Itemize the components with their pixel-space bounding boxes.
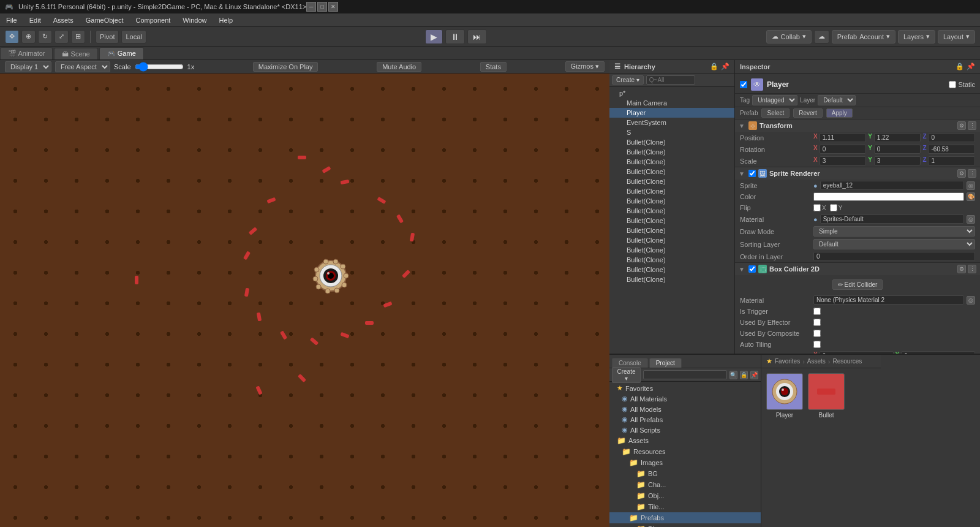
hierarchy-item[interactable]: p*	[609, 88, 734, 98]
account-button[interactable]: Prefab Account ▾	[832, 30, 895, 44]
scale-x-field[interactable]: 3	[820, 156, 867, 165]
tool-hand[interactable]: ✥	[5, 30, 19, 44]
order-layer-field[interactable]: 0	[813, 252, 975, 261]
project-list-item[interactable]: ◉All Models	[609, 404, 761, 414]
hierarchy-item[interactable]: Bullet(Clone)	[609, 235, 734, 245]
menu-gameobject[interactable]: GameObject	[80, 13, 130, 26]
tab-game[interactable]: 🎮 Game	[99, 47, 144, 59]
color-swatch[interactable]	[813, 192, 964, 201]
hierarchy-item[interactable]: Player	[609, 108, 734, 118]
collider-menu-button[interactable]: ⋮	[968, 265, 976, 273]
close-button[interactable]: ✕	[328, 2, 338, 12]
mute-audio-button[interactable]: Mute Audio	[377, 62, 421, 72]
hierarchy-item[interactable]: EventSystem	[609, 118, 734, 127]
sprite-enable-checkbox[interactable]	[748, 170, 756, 177]
play-button[interactable]: ▶	[425, 29, 443, 44]
project-list-item[interactable]: 📁Obj...	[609, 490, 761, 501]
offset-y-field[interactable]: 0	[901, 351, 975, 354]
revert-button[interactable]: Revert	[793, 108, 822, 118]
scale-slider[interactable]	[135, 62, 184, 72]
transform-menu-button[interactable]: ⋮	[968, 121, 976, 130]
edit-collider-button[interactable]: ✏ Edit Collider	[832, 279, 883, 290]
transform-settings-button[interactable]: ⚙	[957, 121, 966, 130]
offset-x-field[interactable]: 0	[820, 351, 894, 354]
collider-enable-checkbox[interactable]	[748, 265, 756, 273]
aspect-select[interactable]: Free Aspect	[55, 61, 110, 72]
hierarchy-item[interactable]: Bullet(Clone)	[609, 157, 734, 167]
pos-x-field[interactable]: 1.11	[820, 133, 867, 142]
project-list-item[interactable]: 📁Resources	[609, 446, 761, 457]
rot-z-field[interactable]: -60.58	[928, 145, 975, 154]
tab-console[interactable]: Console	[612, 358, 648, 368]
scale-z-field[interactable]: 1	[928, 156, 975, 165]
stats-button[interactable]: Stats	[480, 62, 507, 72]
used-composite-checkbox[interactable]	[813, 330, 821, 337]
flip-x-checkbox[interactable]	[813, 204, 821, 211]
rot-y-field[interactable]: 0	[874, 145, 921, 154]
local-button[interactable]: Local	[121, 30, 146, 44]
hierarchy-item[interactable]: Bullet(Clone)	[609, 226, 734, 235]
material-renderer-field[interactable]: Sprites-Default	[820, 214, 964, 224]
collider-material-field[interactable]: None (Physics Material 2	[813, 295, 964, 305]
project-list-item[interactable]: ★Favorites	[609, 383, 761, 393]
sprite-field[interactable]: eyeball_12	[820, 181, 964, 190]
menu-window[interactable]: Window	[176, 13, 213, 26]
hierarchy-item[interactable]: Bullet(Clone)	[609, 196, 734, 206]
hierarchy-item[interactable]: Bullet(Clone)	[609, 176, 734, 186]
hierarchy-item[interactable]: Bullet(Clone)	[609, 265, 734, 275]
used-effector-checkbox[interactable]	[813, 319, 821, 326]
menu-assets[interactable]: Assets	[47, 13, 80, 26]
tab-animator[interactable]: 🎬 Animator	[0, 47, 53, 59]
tool-rotate[interactable]: ↻	[38, 30, 52, 44]
collab-button[interactable]: ☁ Collab ▾	[766, 30, 812, 44]
project-list-item[interactable]: 📁Play...	[609, 523, 761, 527]
tag-select[interactable]: Untagged	[752, 95, 797, 105]
sprite-renderer-header[interactable]: ▼ 🖼 Sprite Renderer ⚙ ⋮	[735, 167, 980, 180]
project-list-item[interactable]: 📁Prefabs	[609, 512, 761, 523]
asset-item[interactable]: Bullet	[808, 373, 845, 527]
maximize-on-play-button[interactable]: Maximize On Play	[253, 62, 318, 72]
collider-settings-button[interactable]: ⚙	[957, 265, 966, 273]
scale-y-field[interactable]: 3	[874, 156, 921, 165]
tab-project[interactable]: Project	[649, 358, 682, 368]
project-create-button[interactable]: Create ▾	[612, 367, 641, 383]
menu-file[interactable]: File	[0, 13, 23, 26]
project-list-item[interactable]: 📁Assets	[609, 435, 761, 446]
sprite-select-button[interactable]: ◎	[967, 181, 975, 190]
project-list-item[interactable]: ◉All Materials	[609, 393, 761, 404]
cloud-button[interactable]: ☁	[814, 30, 829, 44]
display-select[interactable]: Display 1	[5, 61, 51, 72]
project-list-item[interactable]: 📁BG	[609, 468, 761, 479]
object-active-checkbox[interactable]	[740, 81, 747, 88]
menu-help[interactable]: Help	[213, 13, 239, 26]
tool-rect[interactable]: ⊞	[71, 30, 85, 44]
hierarchy-item[interactable]: Bullet(Clone)	[609, 216, 734, 226]
menu-edit[interactable]: Edit	[23, 13, 47, 26]
tool-move[interactable]: ⊕	[21, 30, 36, 44]
sprite-menu-button[interactable]: ⋮	[968, 169, 976, 178]
project-list-item[interactable]: 📁Images	[609, 457, 761, 468]
hierarchy-item[interactable]: Bullet(Clone)	[609, 245, 734, 255]
hierarchy-item[interactable]: S	[609, 127, 734, 137]
pause-button[interactable]: ⏸	[445, 29, 465, 44]
hierarchy-item[interactable]: Bullet(Clone)	[609, 275, 734, 284]
sorting-layer-select[interactable]: Default	[813, 239, 975, 249]
pos-z-field[interactable]: 0	[928, 133, 975, 142]
select-button[interactable]: Select	[761, 108, 790, 118]
collider-material-select[interactable]: ◎	[967, 296, 975, 305]
hierarchy-item[interactable]: Bullet(Clone)	[609, 186, 734, 196]
hierarchy-search-input[interactable]	[646, 75, 695, 85]
layer-select[interactable]: Default	[818, 95, 856, 105]
pos-y-field[interactable]: 1.22	[874, 133, 921, 142]
asset-item[interactable]: Player	[766, 373, 803, 527]
pivot-button[interactable]: Pivot	[96, 30, 119, 44]
hierarchy-item[interactable]: Bullet(Clone)	[609, 206, 734, 216]
project-search-icon[interactable]: 🔍	[729, 371, 737, 379]
hierarchy-item[interactable]: Bullet(Clone)	[609, 167, 734, 176]
menu-component[interactable]: Component	[129, 13, 176, 26]
is-trigger-checkbox[interactable]	[813, 308, 821, 315]
sprite-settings-button[interactable]: ⚙	[957, 169, 966, 178]
project-list-item[interactable]: 📁Cha...	[609, 479, 761, 490]
apply-button[interactable]: Apply	[826, 108, 853, 118]
project-list-item[interactable]: 📁Tile...	[609, 501, 761, 512]
